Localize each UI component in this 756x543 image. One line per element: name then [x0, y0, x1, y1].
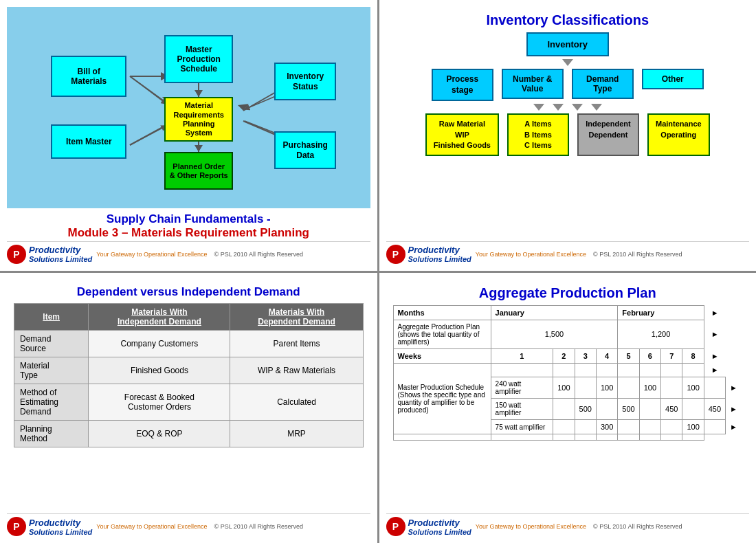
app-feb-val: 1,200: [618, 320, 704, 348]
number-value-box: Number &Value: [502, 69, 564, 99]
footer-logo-2: Productivity Solutions Limited: [408, 245, 471, 263]
mps-label-row: Master Production Schedule(Shows the spe…: [393, 363, 742, 377]
footer-logo-4: Productivity Solutions Limited: [408, 518, 471, 536]
item-master-box: Item Master: [51, 124, 126, 159]
app-row: Aggregate Production Plan(shows the tota…: [393, 320, 742, 348]
inv-col-number: Number &Value: [502, 69, 564, 101]
other-box: Other: [642, 69, 704, 89]
february-cell: February: [618, 305, 704, 320]
240-w2: [575, 377, 596, 399]
prod-table: Months January February ► Aggregate Prod…: [393, 305, 743, 441]
75-w3: 300: [596, 420, 617, 434]
svg-marker-6: [194, 90, 203, 97]
app-jan-val: 1,500: [491, 320, 618, 348]
75-w7: 100: [682, 420, 704, 434]
svg-line-13: [130, 76, 166, 104]
col2-method: Calculated: [230, 384, 363, 420]
app-label: Aggregate Production Plan(shows the tota…: [393, 320, 491, 348]
col-item-header: Item: [14, 303, 89, 330]
purchasing-data-box: Purchasing Data: [274, 131, 336, 169]
240-w3: 100: [596, 377, 617, 399]
240-w1: 100: [553, 377, 575, 399]
slide1-diagram: Bill of Materials Item Master Master Pro…: [7, 7, 370, 208]
inventory-status-box: Inventory Status: [274, 63, 336, 100]
maint-op-box: MaintenanceOperating: [647, 113, 710, 156]
wk2: 2: [553, 348, 575, 363]
150-w7: [682, 399, 704, 420]
months-row: Months January February ►: [393, 305, 742, 320]
slide4-title: Aggregate Production Plan: [386, 280, 750, 305]
75-w8: [704, 420, 725, 434]
240-w8: [704, 377, 725, 399]
col1-material: Finished Goods: [89, 357, 230, 384]
slide1-footer: P Productivity Solutions Limited Your Ga…: [7, 241, 370, 264]
svg-marker-10: [194, 145, 203, 152]
row-label-planning: PlanningMethod: [14, 420, 89, 447]
product-240-label: 240 watt amplifier: [491, 377, 553, 399]
arrow-process: [533, 104, 544, 111]
footer-right-4: Your Gateway to Operational Excellence: [476, 523, 586, 530]
slide-4: Aggregate Production Plan Months January…: [379, 273, 757, 544]
svg-line-14: [130, 126, 166, 145]
footer-logo: Productivity Solutions Limited: [29, 245, 92, 263]
mrp-box: Material Requirements Planning System: [164, 97, 233, 142]
col1-method: Forecast & BookedCustomer Orders: [89, 384, 230, 420]
ind-dep-box: IndependentDependent: [577, 113, 639, 156]
process-stage-box: Processstage: [432, 69, 493, 101]
slide1-title-line2: Module 3 – Materials Requirement Plannin…: [68, 226, 309, 240]
150-w8: 450: [704, 399, 725, 420]
row-label-method: Method ofEstimatingDemand: [14, 384, 89, 420]
slide-1: Bill of Materials Item Master Master Pro…: [0, 0, 377, 271]
col2-demand: Parent Items: [230, 330, 363, 357]
inv-diagram: Inventory Processstage Number &Value Dem…: [386, 32, 750, 241]
arrow-col: ►: [704, 305, 725, 320]
col2-material: WIP & Raw Materials: [230, 357, 363, 384]
demand-type-box: DemandType: [572, 69, 634, 99]
wk6: 6: [639, 348, 660, 363]
75-w5: [639, 420, 660, 434]
footer-copy: © PSL 2010 All Rights Reserved: [214, 251, 303, 258]
footer-logo-icon: P: [7, 245, 26, 264]
footer-right-2: Your Gateway to Operational Excellence: [476, 251, 586, 258]
col2-planning: MRP: [230, 420, 363, 447]
arrow-number: [553, 104, 564, 111]
footer-inner-3: P Productivity Solutions Limited: [7, 517, 92, 536]
svg-line-3: [130, 124, 168, 145]
slide1-title-line1: Supply Chain Fundamentals -: [68, 212, 309, 226]
row-label-demand: DemandSource: [14, 330, 89, 357]
table-row: Method ofEstimatingDemand Forecast & Boo…: [14, 384, 364, 420]
footer-copy-4: © PSL 2010 All Rights Reserved: [593, 523, 682, 530]
col-ind-header: Materials WithIndependent Demand: [89, 303, 230, 330]
footer-logo-icon-2: P: [386, 245, 405, 264]
150-w6: 450: [661, 399, 682, 420]
footer-copy-3: © PSL 2010 All Rights Reserved: [214, 523, 303, 530]
diagram-inner: Bill of Materials Item Master Master Pro…: [30, 14, 346, 200]
footer-inner-2: P Productivity Solutions Limited: [386, 245, 471, 264]
row-label-material: MaterialType: [14, 357, 89, 384]
weeks-label: Weeks: [393, 348, 491, 363]
footer-logo-3: Productivity Solutions Limited: [29, 518, 92, 536]
raw-material-box: Raw MaterialWIPFinished Goods: [425, 113, 499, 156]
col1-demand: Company Customers: [89, 330, 230, 357]
footer-logo-icon-4: P: [386, 517, 405, 536]
col-dep-header: Materials WithDependent Demand: [230, 303, 363, 330]
slide2-footer: P Productivity Solutions Limited Your Ga…: [386, 241, 750, 264]
slide3-title: Dependent versus Independent Demand: [7, 280, 370, 303]
75-w2: [575, 420, 596, 434]
75-w6: [661, 420, 682, 434]
240-w7: 100: [682, 377, 704, 399]
inv-col-demand: DemandType: [572, 69, 634, 101]
arrow-other: [591, 104, 602, 111]
slide1-title: Supply Chain Fundamentals - Module 3 – M…: [68, 208, 309, 241]
240-w6: [661, 377, 682, 399]
wk7: 7: [661, 348, 682, 363]
footer-inner: P Productivity Solutions Limited: [7, 245, 92, 264]
slide2-title: Inventory Classifications: [386, 7, 750, 32]
150-w1: [553, 399, 575, 420]
150-w5: [639, 399, 660, 420]
150-w2: 500: [575, 399, 596, 420]
weeks-row: Weeks 1 2 3 4 5 6 7 8 ►: [393, 348, 742, 363]
slide-2: Inventory Classifications Inventory Proc…: [379, 0, 757, 271]
inv-category-row: Processstage Number &Value DemandType Ot…: [432, 69, 704, 101]
table-row: DemandSource Company Customers Parent It…: [14, 330, 364, 357]
